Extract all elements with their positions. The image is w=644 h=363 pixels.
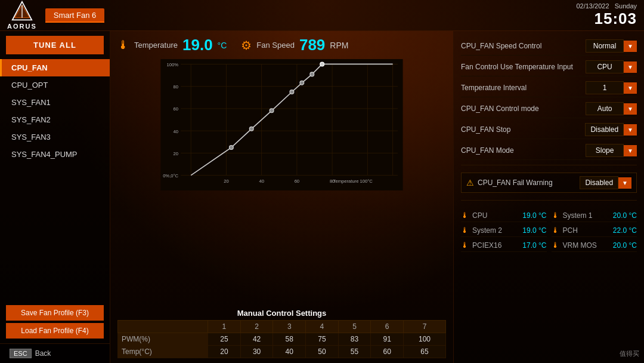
thermometer-icon: 🌡 (117, 38, 129, 52)
warning-left: ⚠ CPU_FAN Fail Warning (466, 178, 553, 187)
sys1-temp-icon: 🌡 (552, 211, 559, 220)
aorus-logo-icon (11, 1, 33, 22)
setting-control-mode: CPU_FAN Control mode Auto ▼ (461, 100, 637, 118)
svg-text:20: 20 (174, 151, 178, 156)
col-header-2: 2 (240, 321, 273, 333)
fan-speed-display: ⚙ Fan Speed 789 RPM (241, 36, 348, 54)
dropdown-value-temp-input: CPU (586, 60, 624, 73)
sys2-temp-value: 19.0 °C (522, 226, 546, 235)
dropdown-fan-stop: Disabled ▼ (585, 123, 637, 136)
dropdown-value-temp-interval: 1 (586, 81, 624, 94)
temp-val-4[interactable]: 50 (306, 346, 339, 358)
pch-temp-label: PCH (563, 226, 609, 235)
setting-label-fan-mode: CPU_FAN Mode (461, 146, 586, 155)
temp-val-1[interactable]: 20 (208, 346, 241, 358)
setting-temp-interval: Temperature Interval 1 ▼ (461, 79, 637, 97)
pwm-val-2[interactable]: 42 (240, 333, 273, 346)
datetime: 02/13/2022 Sunday 15:03 (576, 2, 637, 28)
pwm-val-6[interactable]: 91 (371, 333, 404, 346)
sidebar-item-sys-fan4-pump[interactable]: SYS_FAN4_PUMP (0, 146, 110, 163)
warning-label: CPU_FAN Fail Warning (478, 179, 553, 187)
cpu-temp-icon: 🌡 (461, 211, 469, 220)
temp-val-6[interactable]: 60 (371, 346, 404, 358)
header: AORUS Smart Fan 6 02/13/2022 Sunday 15:0… (0, 0, 644, 31)
dropdown-arrow-fan-stop[interactable]: ▼ (624, 124, 637, 136)
dropdown-speed-control: Normal ▼ (586, 39, 637, 53)
dropdown-arrow-fail-warning[interactable]: ▼ (618, 177, 631, 189)
right-panel: CPU_FAN Speed Control Normal ▼ Fan Contr… (453, 31, 644, 363)
vrm-temp-value: 20.0 °C (613, 241, 637, 250)
temp-val-5[interactable]: 55 (338, 346, 371, 358)
fan-curve-svg: 100% 80 60 40 20 0%,0°C 20 40 60 80 Temp… (117, 59, 446, 190)
svg-point-33 (310, 72, 314, 76)
sidebar-bottom: Save Fan Profile (F3) Load Fan Profile (… (0, 300, 110, 343)
svg-text:40: 40 (174, 129, 178, 134)
temp-value: 19.0 (182, 36, 213, 54)
manual-control-title: Manual Control Settings (117, 309, 446, 318)
main-content: TUNE ALL CPU_FAN CPU_OPT SYS_FAN1 SYS_FA… (0, 31, 644, 363)
svg-text:0%,0°C: 0%,0°C (163, 173, 178, 179)
svg-text:60: 60 (295, 179, 299, 184)
sidebar-item-sys-fan3[interactable]: SYS_FAN3 (0, 128, 110, 146)
divider-1 (461, 165, 637, 165)
dropdown-arrow-speed-control[interactable]: ▼ (624, 41, 637, 52)
manual-control-table: 1 2 3 4 5 6 7 PWM(%) 25 42 (117, 320, 446, 358)
save-fan-profile-button[interactable]: Save Fan Profile (F3) (6, 305, 104, 321)
pcie-temp-label: PCIEX16 (472, 241, 519, 250)
esc-key[interactable]: ESC (10, 349, 32, 358)
sidebar-item-sys-fan2[interactable]: SYS_FAN2 (0, 111, 110, 128)
col-header-6: 6 (371, 321, 404, 333)
setting-label-speed-control: CPU_FAN Speed Control (461, 42, 586, 50)
pwm-row: PWM(%) 25 42 58 75 83 91 100 (118, 333, 446, 346)
sys2-temp-icon: 🌡 (461, 226, 469, 235)
header-left: AORUS Smart Fan 6 (7, 1, 104, 30)
pcie-temp-icon: 🌡 (461, 241, 469, 250)
dropdown-arrow-temp-interval[interactable]: ▼ (624, 82, 637, 94)
dropdown-temp-interval: 1 ▼ (586, 81, 637, 94)
col-header-1: 1 (208, 321, 241, 333)
sidebar-item-cpu-opt[interactable]: CPU_OPT (0, 76, 110, 94)
pwm-val-1[interactable]: 25 (208, 333, 241, 346)
temp-val-7[interactable]: 65 (404, 346, 446, 358)
setting-label-fan-stop: CPU_FAN Stop (461, 125, 585, 134)
col-header-label (118, 321, 208, 333)
temp-reading-pch: 🌡 PCH 22.0 °C (552, 224, 637, 237)
pwm-val-5[interactable]: 83 (338, 333, 371, 346)
pwm-val-3[interactable]: 58 (273, 333, 306, 346)
dropdown-fail-warning: Disabled ▼ (580, 176, 631, 189)
fan-curve-graph[interactable]: 100% 80 60 40 20 0%,0°C 20 40 60 80 Temp… (117, 59, 446, 305)
load-fan-profile-button[interactable]: Load Fan Profile (F4) (6, 323, 104, 339)
dropdown-value-fan-stop: Disabled (585, 123, 624, 136)
temp-reading-pciex16: 🌡 PCIEX16 17.0 °C (461, 239, 547, 252)
cpu-temp-label: CPU (472, 211, 519, 220)
tune-all-button[interactable]: TUNE ALL (6, 36, 104, 54)
sidebar: TUNE ALL CPU_FAN CPU_OPT SYS_FAN1 SYS_FA… (0, 31, 110, 363)
esc-bar: ESC Back (0, 343, 110, 363)
sidebar-item-sys-fan1[interactable]: SYS_FAN1 (0, 94, 110, 111)
watermark: 值得买 (620, 349, 639, 358)
tab-smart-fan[interactable]: Smart Fan 6 (45, 8, 105, 22)
setting-fan-stop: CPU_FAN Stop Disabled ▼ (461, 121, 637, 139)
col-header-7: 7 (404, 321, 446, 333)
temp-reading-vrm-mos: 🌡 VRM MOS 20.0 °C (552, 239, 637, 252)
temp-val-3[interactable]: 40 (273, 346, 306, 358)
pwm-val-7[interactable]: 100 (404, 333, 446, 346)
pwm-val-4[interactable]: 75 (306, 333, 339, 346)
logo-area: AORUS (7, 1, 37, 30)
vrm-temp-label: VRM MOS (563, 241, 609, 250)
pch-temp-value: 22.0 °C (613, 226, 637, 235)
dropdown-arrow-temp-input[interactable]: ▼ (624, 61, 637, 73)
sidebar-item-cpu-fan[interactable]: CPU_FAN (0, 59, 110, 76)
setting-label-temp-input: Fan Control Use Temperature Input (461, 63, 586, 71)
back-label: Back (35, 349, 51, 358)
temp-reading-system2: 🌡 System 2 19.0 °C (461, 224, 547, 237)
svg-point-29 (249, 127, 253, 131)
dropdown-arrow-control-mode[interactable]: ▼ (624, 103, 637, 115)
temp-readings-grid: 🌡 CPU 19.0 °C 🌡 System 1 20.0 °C 🌡 Syste… (461, 209, 637, 252)
svg-text:40: 40 (259, 179, 264, 184)
dropdown-arrow-fan-mode[interactable]: ▼ (624, 145, 637, 156)
vrm-temp-icon: 🌡 (552, 241, 559, 250)
fail-warning-row: ⚠ CPU_FAN Fail Warning Disabled ▼ (461, 173, 637, 193)
temp-val-2[interactable]: 30 (240, 346, 273, 358)
dropdown-value-control-mode: Auto (586, 102, 624, 115)
